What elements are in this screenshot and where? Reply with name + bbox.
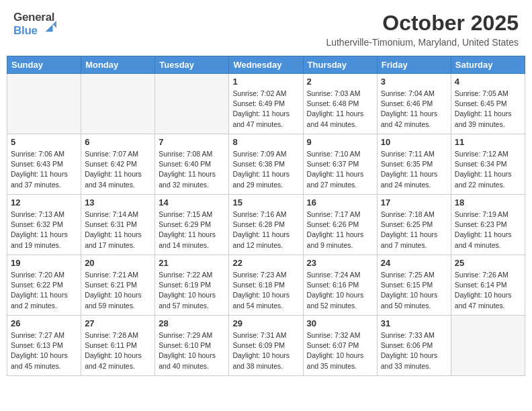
calendar-day-cell: 29Sunrise: 7:31 AMSunset: 6:09 PMDayligh… <box>229 316 303 376</box>
day-info: Sunrise: 7:21 AMSunset: 6:21 PMDaylight:… <box>85 270 151 311</box>
day-number: 19 <box>11 258 77 268</box>
day-number: 16 <box>307 197 373 208</box>
day-info: Sunrise: 7:06 AMSunset: 6:43 PMDaylight:… <box>11 149 77 190</box>
day-info: Sunrise: 7:16 AMSunset: 6:28 PMDaylight:… <box>232 210 299 250</box>
calendar-day-cell <box>7 74 81 134</box>
calendar-week-row: 1Sunrise: 7:02 AMSunset: 6:49 PMDaylight… <box>7 74 525 134</box>
day-number: 7 <box>159 137 225 147</box>
day-number: 22 <box>232 258 299 268</box>
calendar-header-wednesday: Wednesday <box>229 56 303 74</box>
calendar-header-friday: Friday <box>377 56 451 74</box>
day-info: Sunrise: 7:31 AMSunset: 6:09 PMDaylight:… <box>232 330 299 371</box>
logo-blue-text: Blue <box>13 24 56 38</box>
day-info: Sunrise: 7:28 AMSunset: 6:11 PMDaylight:… <box>85 330 151 371</box>
day-info: Sunrise: 7:20 AMSunset: 6:22 PMDaylight:… <box>11 270 77 311</box>
day-info: Sunrise: 7:24 AMSunset: 6:16 PMDaylight:… <box>307 270 373 311</box>
day-info: Sunrise: 7:27 AMSunset: 6:13 PMDaylight:… <box>11 330 77 371</box>
calendar-day-cell: 23Sunrise: 7:24 AMSunset: 6:16 PMDayligh… <box>303 255 377 316</box>
calendar-day-cell: 2Sunrise: 7:03 AMSunset: 6:48 PMDaylight… <box>303 74 377 134</box>
day-info: Sunrise: 7:04 AMSunset: 6:46 PMDaylight:… <box>381 89 447 130</box>
calendar-table: SundayMondayTuesdayWednesdayThursdayFrid… <box>7 56 525 376</box>
day-info: Sunrise: 7:11 AMSunset: 6:35 PMDaylight:… <box>381 149 447 190</box>
calendar-day-cell: 31Sunrise: 7:33 AMSunset: 6:06 PMDayligh… <box>377 316 451 376</box>
day-info: Sunrise: 7:10 AMSunset: 6:37 PMDaylight:… <box>307 149 373 190</box>
svg-marker-0 <box>46 24 53 32</box>
day-number: 5 <box>11 137 77 147</box>
day-number: 27 <box>85 318 151 328</box>
calendar-day-cell: 24Sunrise: 7:25 AMSunset: 6:15 PMDayligh… <box>377 255 451 316</box>
calendar-header-monday: Monday <box>81 56 155 74</box>
calendar-day-cell: 3Sunrise: 7:04 AMSunset: 6:46 PMDaylight… <box>377 74 451 134</box>
day-number: 25 <box>455 258 521 268</box>
day-info: Sunrise: 7:19 AMSunset: 6:23 PMDaylight:… <box>455 210 521 250</box>
day-number: 1 <box>232 77 299 87</box>
day-number: 26 <box>11 318 77 328</box>
calendar-day-cell: 13Sunrise: 7:14 AMSunset: 6:31 PMDayligh… <box>81 195 155 255</box>
calendar-week-row: 19Sunrise: 7:20 AMSunset: 6:22 PMDayligh… <box>7 255 525 316</box>
svg-marker-1 <box>53 21 57 28</box>
day-number: 12 <box>11 197 77 208</box>
day-info: Sunrise: 7:14 AMSunset: 6:31 PMDaylight:… <box>85 210 151 250</box>
day-info: Sunrise: 7:02 AMSunset: 6:49 PMDaylight:… <box>232 89 299 130</box>
calendar-day-cell: 9Sunrise: 7:10 AMSunset: 6:37 PMDaylight… <box>303 134 377 195</box>
day-info: Sunrise: 7:17 AMSunset: 6:26 PMDaylight:… <box>307 210 373 250</box>
month-title: October 2025 <box>326 11 519 36</box>
day-number: 30 <box>307 318 373 328</box>
day-number: 23 <box>307 258 373 268</box>
calendar-day-cell: 6Sunrise: 7:07 AMSunset: 6:42 PMDaylight… <box>81 134 155 195</box>
day-number: 8 <box>232 137 299 147</box>
calendar-day-cell: 28Sunrise: 7:29 AMSunset: 6:10 PMDayligh… <box>155 316 229 376</box>
day-info: Sunrise: 7:33 AMSunset: 6:06 PMDaylight:… <box>381 330 447 371</box>
calendar-day-cell: 17Sunrise: 7:18 AMSunset: 6:25 PMDayligh… <box>377 195 451 255</box>
calendar-day-cell: 11Sunrise: 7:12 AMSunset: 6:34 PMDayligh… <box>451 134 525 195</box>
calendar-day-cell: 10Sunrise: 7:11 AMSunset: 6:35 PMDayligh… <box>377 134 451 195</box>
day-number: 21 <box>159 258 225 268</box>
day-info: Sunrise: 7:08 AMSunset: 6:40 PMDaylight:… <box>159 149 225 190</box>
day-info: Sunrise: 7:15 AMSunset: 6:29 PMDaylight:… <box>159 210 225 250</box>
calendar-day-cell: 19Sunrise: 7:20 AMSunset: 6:22 PMDayligh… <box>7 255 81 316</box>
calendar-day-cell: 5Sunrise: 7:06 AMSunset: 6:43 PMDaylight… <box>7 134 81 195</box>
calendar-day-cell: 20Sunrise: 7:21 AMSunset: 6:21 PMDayligh… <box>81 255 155 316</box>
calendar-day-cell: 1Sunrise: 7:02 AMSunset: 6:49 PMDaylight… <box>229 74 303 134</box>
day-number: 20 <box>85 258 151 268</box>
day-info: Sunrise: 7:12 AMSunset: 6:34 PMDaylight:… <box>455 149 521 190</box>
day-number: 14 <box>159 197 225 208</box>
calendar-header-saturday: Saturday <box>451 56 525 74</box>
day-info: Sunrise: 7:09 AMSunset: 6:38 PMDaylight:… <box>232 149 299 190</box>
calendar-header-row: SundayMondayTuesdayWednesdayThursdayFrid… <box>7 56 525 74</box>
calendar-day-cell: 4Sunrise: 7:05 AMSunset: 6:45 PMDaylight… <box>451 74 525 134</box>
day-info: Sunrise: 7:18 AMSunset: 6:25 PMDaylight:… <box>381 210 447 250</box>
calendar-day-cell: 21Sunrise: 7:22 AMSunset: 6:19 PMDayligh… <box>155 255 229 316</box>
calendar-day-cell: 15Sunrise: 7:16 AMSunset: 6:28 PMDayligh… <box>229 195 303 255</box>
calendar-week-row: 5Sunrise: 7:06 AMSunset: 6:43 PMDaylight… <box>7 134 525 195</box>
day-number: 18 <box>455 197 521 208</box>
calendar-day-cell <box>451 316 525 376</box>
day-info: Sunrise: 7:05 AMSunset: 6:45 PMDaylight:… <box>455 89 521 130</box>
calendar-day-cell <box>81 74 155 134</box>
day-info: Sunrise: 7:26 AMSunset: 6:14 PMDaylight:… <box>455 270 521 311</box>
day-number: 13 <box>85 197 151 208</box>
calendar-day-cell: 16Sunrise: 7:17 AMSunset: 6:26 PMDayligh… <box>303 195 377 255</box>
calendar-day-cell: 22Sunrise: 7:23 AMSunset: 6:18 PMDayligh… <box>229 255 303 316</box>
calendar-header-sunday: Sunday <box>7 56 81 74</box>
day-number: 10 <box>381 137 447 147</box>
calendar-day-cell: 30Sunrise: 7:32 AMSunset: 6:07 PMDayligh… <box>303 316 377 376</box>
day-number: 17 <box>381 197 447 208</box>
title-block: October 2025 Lutherville-Timonium, Maryl… <box>326 11 519 48</box>
day-info: Sunrise: 7:03 AMSunset: 6:48 PMDaylight:… <box>307 89 373 130</box>
day-number: 4 <box>455 77 521 87</box>
day-info: Sunrise: 7:23 AMSunset: 6:18 PMDaylight:… <box>232 270 299 311</box>
day-number: 9 <box>307 137 373 147</box>
day-info: Sunrise: 7:29 AMSunset: 6:10 PMDaylight:… <box>159 330 225 371</box>
day-info: Sunrise: 7:07 AMSunset: 6:42 PMDaylight:… <box>85 149 151 190</box>
day-number: 3 <box>381 77 447 87</box>
calendar-day-cell: 18Sunrise: 7:19 AMSunset: 6:23 PMDayligh… <box>451 195 525 255</box>
logo: General Blue <box>13 11 56 38</box>
calendar-header-tuesday: Tuesday <box>155 56 229 74</box>
calendar-day-cell: 8Sunrise: 7:09 AMSunset: 6:38 PMDaylight… <box>229 134 303 195</box>
calendar-day-cell: 7Sunrise: 7:08 AMSunset: 6:40 PMDaylight… <box>155 134 229 195</box>
day-number: 24 <box>381 258 447 268</box>
calendar-day-cell: 25Sunrise: 7:26 AMSunset: 6:14 PMDayligh… <box>451 255 525 316</box>
day-number: 11 <box>455 137 521 147</box>
day-number: 2 <box>307 77 373 87</box>
